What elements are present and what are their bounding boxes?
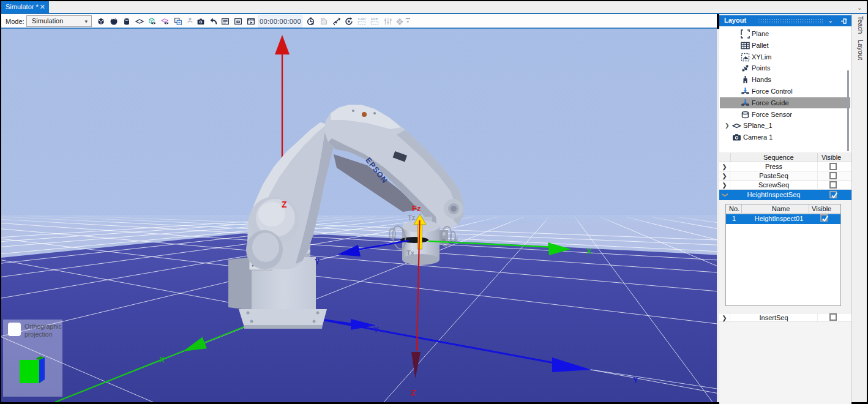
svg-text:Fz: Fz bbox=[412, 204, 421, 213]
svg-text:Y: Y bbox=[633, 375, 638, 384]
svg-text:Orthographic: Orthographic bbox=[24, 323, 62, 330]
svg-text:projection: projection bbox=[24, 331, 53, 338]
svg-text:Y: Y bbox=[373, 325, 379, 334]
svg-text:Tx: Tx bbox=[406, 249, 415, 256]
svg-text:X: X bbox=[159, 355, 165, 364]
svg-text:X: X bbox=[586, 247, 592, 256]
svg-text:Y: Y bbox=[315, 257, 320, 266]
svg-text:ECP: ECP bbox=[371, 17, 378, 21]
svg-text:Z: Z bbox=[411, 388, 416, 397]
svg-text:y: y bbox=[454, 235, 458, 242]
svg-text:Tz: Tz bbox=[408, 214, 416, 221]
svg-text:CAD: CAD bbox=[358, 17, 366, 21]
svg-text:Z: Z bbox=[282, 200, 287, 209]
